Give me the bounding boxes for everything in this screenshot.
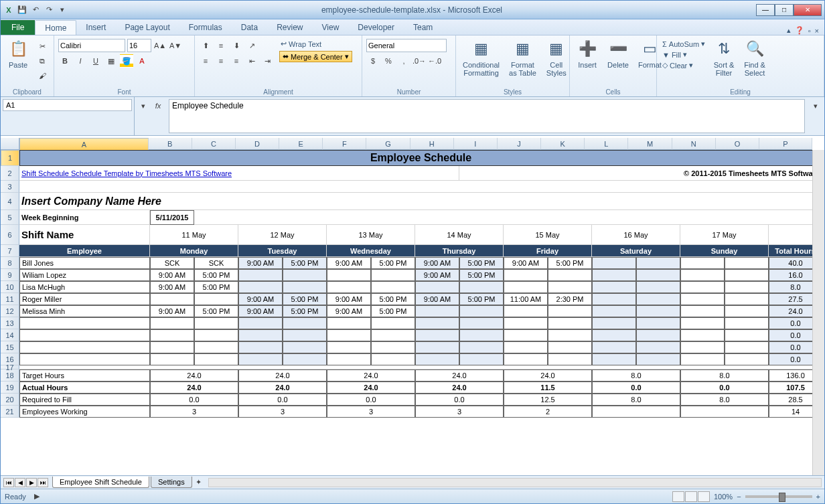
cell[interactable]: 12 May	[238, 225, 327, 245]
autosum-button[interactable]: ΣAutoSum▾	[661, 39, 706, 49]
comma-icon[interactable]: ,	[397, 54, 410, 68]
cell[interactable]: 5:00 PM	[283, 293, 327, 305]
cell[interactable]	[725, 281, 769, 293]
cell[interactable]: Employee	[19, 245, 150, 257]
cell[interactable]	[592, 341, 636, 353]
cell[interactable]: Tuesday	[238, 245, 327, 257]
name-box[interactable]	[3, 99, 132, 111]
cell[interactable]	[150, 341, 194, 353]
cell[interactable]: 2	[504, 406, 592, 418]
cell[interactable]	[592, 406, 680, 418]
cell[interactable]	[725, 257, 769, 269]
cell[interactable]: SCK	[194, 257, 238, 269]
cell[interactable]	[636, 305, 680, 317]
tab-formulas[interactable]: Formulas	[179, 20, 232, 35]
cell[interactable]	[725, 341, 769, 353]
cell[interactable]: 5:00 PM	[194, 305, 238, 317]
border-icon[interactable]: ▦	[104, 54, 118, 68]
tab-nav-prev-icon[interactable]: ◀	[15, 478, 25, 487]
cell[interactable]: 24.0	[504, 369, 592, 382]
window-restore-icon[interactable]: ▫	[808, 27, 811, 35]
cell[interactable]	[238, 353, 283, 365]
cell[interactable]: 11:00 AM	[504, 293, 548, 305]
font-color-icon[interactable]: A	[135, 54, 149, 68]
cell[interactable]	[415, 329, 459, 341]
cell[interactable]	[459, 305, 504, 317]
cell[interactable]	[150, 317, 194, 329]
cell[interactable]	[592, 281, 636, 293]
cell[interactable]	[283, 329, 327, 341]
find-select-button[interactable]: 🔍Find & Select	[741, 37, 768, 87]
number-format-select[interactable]	[366, 39, 447, 52]
cell[interactable]	[459, 281, 504, 293]
cell[interactable]	[371, 269, 415, 281]
close-button[interactable]: ✕	[794, 4, 822, 16]
increase-font-icon[interactable]: A▲	[153, 39, 167, 52]
cell[interactable]: 3	[415, 406, 504, 418]
cell[interactable]	[194, 210, 822, 225]
cell[interactable]: 9:00 AM	[415, 257, 459, 269]
row-header[interactable]: 12	[1, 305, 19, 317]
file-tab[interactable]: File	[1, 20, 35, 35]
fill-button[interactable]: ▼Fill▾	[661, 50, 706, 60]
cell[interactable]	[504, 317, 548, 329]
cell[interactable]: 5:00 PM	[283, 257, 327, 269]
cell[interactable]: 9:00 AM	[238, 305, 283, 317]
cell[interactable]: 3	[150, 406, 238, 418]
align-middle-icon[interactable]: ≡	[214, 39, 228, 52]
currency-icon[interactable]: $	[366, 54, 380, 68]
cell[interactable]	[548, 317, 592, 329]
cell[interactable]	[415, 317, 459, 329]
sort-filter-button[interactable]: ⇅Sort & Filter	[710, 37, 737, 87]
column-header[interactable]: N	[672, 138, 716, 150]
cell[interactable]: 24.0	[150, 382, 238, 394]
cell[interactable]: 3	[238, 406, 327, 418]
column-header[interactable]: J	[498, 138, 541, 150]
cell[interactable]	[592, 293, 636, 305]
cell[interactable]	[725, 317, 769, 329]
column-header[interactable]: M	[628, 138, 672, 150]
orientation-icon[interactable]: ↗	[245, 39, 258, 52]
cancel-formula-icon[interactable]: ▾	[137, 99, 150, 112]
paste-button[interactable]: 📋 Paste	[5, 37, 31, 87]
tab-team[interactable]: Team	[404, 20, 442, 35]
cell[interactable]	[636, 317, 680, 329]
cell[interactable]	[725, 269, 769, 281]
minimize-ribbon-icon[interactable]: ▴	[787, 26, 791, 35]
zoom-level[interactable]: 100%	[714, 493, 733, 501]
cell[interactable]	[504, 329, 548, 341]
format-as-table-button[interactable]: ▦Format as Table	[506, 37, 539, 87]
cell[interactable]: 16 May	[592, 225, 680, 245]
cell[interactable]	[371, 317, 415, 329]
tab-insert[interactable]: Insert	[76, 20, 115, 35]
column-header[interactable]: H	[410, 138, 454, 150]
cell[interactable]: Lisa McHugh	[19, 281, 150, 293]
cell[interactable]	[283, 317, 327, 329]
cell[interactable]	[371, 341, 415, 353]
cell[interactable]: 5:00 PM	[459, 257, 504, 269]
row-header[interactable]: 20	[1, 394, 19, 406]
cell[interactable]: Monday	[150, 245, 238, 257]
cell[interactable]	[371, 329, 415, 341]
cell[interactable]: 11.5	[504, 382, 592, 394]
zoom-slider[interactable]	[745, 495, 812, 498]
cell[interactable]: SCK	[150, 257, 194, 269]
cell[interactable]	[283, 341, 327, 353]
cell[interactable]	[548, 353, 592, 365]
cell[interactable]: Thursday	[415, 245, 504, 257]
cell[interactable]	[592, 257, 636, 269]
cell[interactable]: 9:00 AM	[150, 281, 194, 293]
align-right-icon[interactable]: ≡	[230, 54, 243, 68]
cell[interactable]: Melissa Minh	[19, 305, 150, 317]
view-layout-icon[interactable]	[685, 491, 697, 502]
row-header[interactable]: 7	[1, 245, 19, 257]
tab-nav-next-icon[interactable]: ▶	[26, 478, 37, 487]
cell[interactable]: 5:00 PM	[194, 269, 238, 281]
cell[interactable]: Friday	[504, 245, 592, 257]
cell[interactable]	[592, 317, 636, 329]
cell[interactable]: 24.0	[238, 369, 327, 382]
align-center-icon[interactable]: ≡	[214, 54, 228, 68]
tab-home[interactable]: Home	[35, 20, 76, 35]
row-header[interactable]: 2	[1, 166, 19, 181]
cell[interactable]: 8.0	[680, 394, 769, 406]
